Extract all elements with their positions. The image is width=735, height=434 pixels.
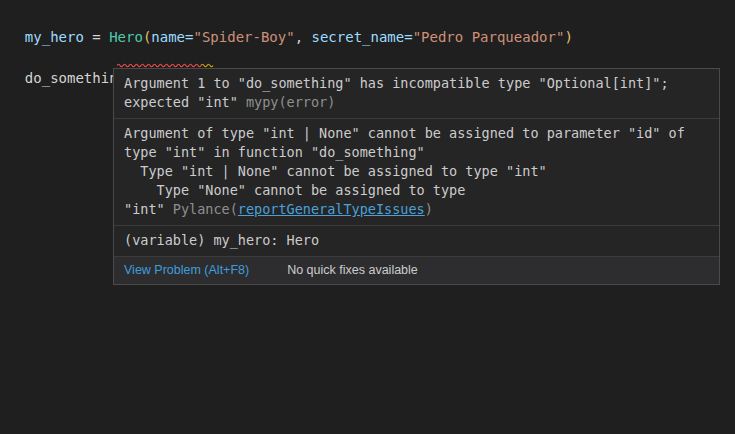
pylance-message-line-5: "int" Pylance(reportGeneralTypeIssues) — [124, 200, 709, 219]
quick-fix-status: No quick fixes available — [287, 262, 418, 278]
token-string: "Spider-Boy" — [193, 29, 294, 45]
token-string: "Pedro Parqueador" — [413, 29, 565, 45]
token-variable: my_hero — [25, 29, 84, 45]
token-close-paren: ) — [564, 29, 572, 45]
pylance-message-line-4: Type "None" cannot be assigned to type — [124, 181, 709, 200]
mypy-message-text: expected "int" — [124, 94, 246, 110]
warning-squiggle-yellow — [201, 64, 213, 67]
mypy-source-label: mypy(error) — [246, 94, 335, 110]
hover-diagnostic-pylance: Argument of type "int | None" cannot be … — [114, 118, 719, 225]
view-problem-link[interactable]: View Problem (Alt+F8) — [124, 262, 249, 278]
code-line-1[interactable]: my_hero = Hero(name="Spider-Boy", secret… — [8, 7, 573, 47]
token-function-name: do_something — [25, 70, 126, 86]
hover-diagnostic-mypy: Argument 1 to "do_something" has incompa… — [114, 69, 719, 118]
hover-variable-info: (variable) my_hero: Hero — [114, 225, 719, 256]
pylance-message-line-2: type "int" in function "do_something" — [124, 143, 709, 162]
mypy-message-line-2: expected "int" mypy(error) — [124, 93, 709, 112]
hover-status-bar: View Problem (Alt+F8) No quick fixes ava… — [114, 256, 719, 284]
token-comma: , — [295, 29, 312, 45]
token-class-name: Hero — [109, 29, 143, 45]
hover-tooltip: Argument 1 to "do_something" has incompa… — [113, 68, 720, 285]
variable-type-text: (variable) my_hero: Hero — [124, 231, 709, 250]
pylance-message-line-1: Argument of type "int | None" cannot be … — [124, 124, 709, 143]
token-kwarg-name: name= — [151, 29, 193, 45]
mypy-message-line-1: Argument 1 to "do_something" has incompa… — [124, 74, 709, 93]
pylance-source-close-paren: ) — [425, 201, 433, 217]
pylance-message-text: "int" — [124, 201, 173, 217]
token-kwarg-name: secret_name= — [312, 29, 413, 45]
pylance-message-line-3: Type "int | None" cannot be assigned to … — [124, 162, 709, 181]
error-squiggle-red — [117, 64, 201, 67]
pylance-rule-link[interactable]: reportGeneralTypeIssues — [238, 201, 425, 217]
pylance-source-label: Pylance( — [173, 201, 238, 217]
token-operator: = — [84, 29, 109, 45]
